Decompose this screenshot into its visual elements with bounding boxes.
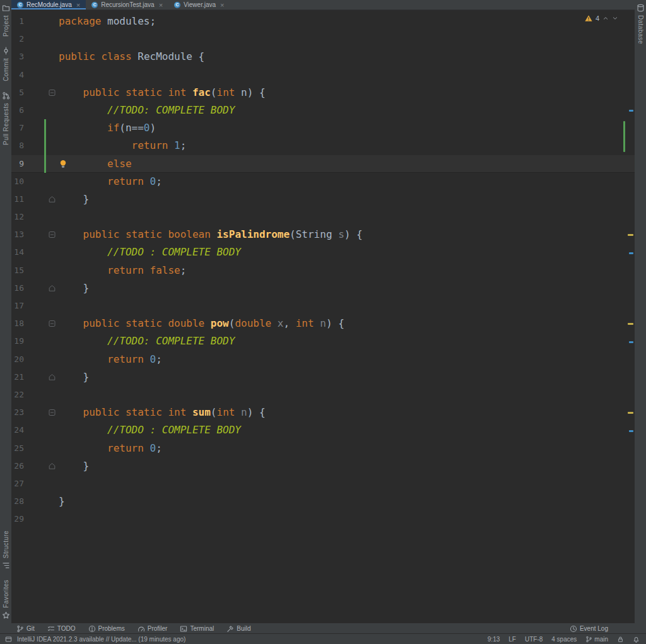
gutter-cell[interactable]: 9 xyxy=(11,155,57,173)
code-line[interactable]: 4 xyxy=(11,66,635,84)
warning-stripe-mark[interactable] xyxy=(628,323,633,325)
gutter-cell[interactable]: 16 xyxy=(11,279,57,297)
code-line[interactable]: 27 xyxy=(11,475,635,493)
tab-recmodule.java[interactable]: CRecModule.java× xyxy=(11,0,86,9)
warning-stripe-mark[interactable] xyxy=(628,412,633,414)
code-line[interactable]: 10 return 0; xyxy=(11,173,635,190)
status-message[interactable]: IntelliJ IDEA 2021.2.3 available // Upda… xyxy=(17,636,185,643)
todo-stripe-mark[interactable] xyxy=(629,430,633,432)
tool-button-favorites[interactable]: Favorites xyxy=(2,580,10,619)
code-line[interactable]: 26 } xyxy=(11,457,635,475)
gutter-cell[interactable]: 18 xyxy=(11,315,57,332)
code-line[interactable]: 5 public static int fac(int n) { xyxy=(11,84,635,102)
gutter-cell[interactable]: 3 xyxy=(11,48,57,66)
fold-end-icon[interactable] xyxy=(49,373,56,380)
tool-bar-button-todo[interactable]: TODO xyxy=(47,625,76,633)
gutter-cell[interactable]: 19 xyxy=(11,332,57,350)
code-line[interactable]: 2 xyxy=(11,30,635,48)
code-line[interactable]: 1package modules; xyxy=(11,13,635,30)
close-icon[interactable]: × xyxy=(159,1,163,9)
gutter-cell[interactable]: 5 xyxy=(11,84,57,102)
code-line[interactable]: 16 } xyxy=(11,279,635,297)
tool-button-commit[interactable]: Commit xyxy=(2,47,10,81)
code-line[interactable]: 9 else xyxy=(11,155,635,173)
code-line[interactable]: 18 public static double pow(double x, in… xyxy=(11,315,635,332)
tool-button-project[interactable]: Project xyxy=(2,4,10,37)
code-line[interactable]: 28} xyxy=(11,493,635,510)
code-line[interactable]: 15 return false; xyxy=(11,262,635,279)
todo-stripe-mark[interactable] xyxy=(629,341,633,343)
gutter-cell[interactable]: 22 xyxy=(11,386,57,404)
caret-position[interactable]: 9:13 xyxy=(488,636,500,643)
tab-viewer.java[interactable]: CViewer.java× xyxy=(168,0,230,9)
gutter-cell[interactable]: 15 xyxy=(11,262,57,279)
inspection-widget[interactable]: 4 xyxy=(585,15,618,22)
tool-bar-button-build[interactable]: Build xyxy=(226,625,250,633)
code-line[interactable]: 20 return 0; xyxy=(11,351,635,368)
tool-button-database[interactable]: Database xyxy=(637,4,645,44)
indent-setting[interactable]: 4 spaces xyxy=(551,636,577,643)
gutter-cell[interactable]: 23 xyxy=(11,404,57,421)
gutter-cell[interactable]: 2 xyxy=(11,30,57,48)
gutter-cell[interactable]: 20 xyxy=(11,351,57,368)
code-line[interactable]: 7 if(n==0) xyxy=(11,119,635,137)
code-line[interactable]: 12 xyxy=(11,208,635,226)
gutter-cell[interactable]: 17 xyxy=(11,297,57,315)
tool-bar-button-git[interactable]: Git xyxy=(16,625,35,633)
notifications-icon[interactable] xyxy=(633,636,640,643)
tool-button-structure[interactable]: Structure xyxy=(2,530,10,570)
code-line[interactable]: 13 public static boolean isPalindrome(St… xyxy=(11,226,635,243)
gutter-cell[interactable]: 14 xyxy=(11,243,57,261)
gutter-cell[interactable]: 25 xyxy=(11,440,57,457)
gutter-cell[interactable]: 12 xyxy=(11,208,57,226)
code-line[interactable]: 8 return 1; xyxy=(11,137,635,155)
gutter-cell[interactable]: 6 xyxy=(11,102,57,119)
tool-bar-button-problems[interactable]: Problems xyxy=(88,625,125,633)
change-stripe-mark[interactable] xyxy=(623,121,625,151)
code-line[interactable]: 14 //TODO : COMPLETE BODY xyxy=(11,243,635,261)
code-line[interactable]: 25 return 0; xyxy=(11,440,635,457)
gutter-cell[interactable]: 11 xyxy=(11,190,57,208)
chevron-down-icon[interactable] xyxy=(612,15,618,21)
fold-end-icon[interactable] xyxy=(49,462,56,469)
chevron-up-icon[interactable] xyxy=(602,15,609,21)
gutter-cell[interactable]: 21 xyxy=(11,368,57,386)
lock-icon[interactable] xyxy=(617,636,624,643)
line-separator[interactable]: LF xyxy=(508,636,516,643)
fold-start-icon[interactable] xyxy=(49,409,56,416)
tab-recursiontest.java[interactable]: CRecursionTest.java× xyxy=(86,0,168,9)
tool-bar-button-event-log[interactable]: Event Log xyxy=(570,625,608,633)
gutter-cell[interactable]: 24 xyxy=(11,421,57,439)
code-line[interactable]: 24 //TODO : COMPLETE BODY xyxy=(11,421,635,439)
fold-start-icon[interactable] xyxy=(49,231,56,238)
close-icon[interactable]: × xyxy=(76,1,80,9)
tool-bar-button-terminal[interactable]: Terminal xyxy=(180,625,214,633)
gutter-cell[interactable]: 8 xyxy=(11,137,57,155)
gutter-cell[interactable]: 4 xyxy=(11,66,57,84)
code-line[interactable]: 19 //TODO: COMPLETE BODY xyxy=(11,332,635,350)
code-line[interactable]: 29 xyxy=(11,510,635,528)
gutter-cell[interactable]: 28 xyxy=(11,493,57,510)
gutter-cell[interactable]: 10 xyxy=(11,173,57,190)
close-icon[interactable]: × xyxy=(220,1,224,9)
gutter-cell[interactable]: 26 xyxy=(11,457,57,475)
gutter-cell[interactable]: 7 xyxy=(11,119,57,137)
gutter-cell[interactable]: 29 xyxy=(11,510,57,528)
fold-start-icon[interactable] xyxy=(49,89,56,96)
gutter-cell[interactable]: 1 xyxy=(11,13,57,30)
todo-stripe-mark[interactable] xyxy=(629,252,633,254)
fold-end-icon[interactable] xyxy=(49,196,56,202)
code-line[interactable]: 6 //TODO: COMPLETE BODY xyxy=(11,102,635,119)
warning-stripe-mark[interactable] xyxy=(628,234,633,236)
code-line[interactable]: 11 } xyxy=(11,190,635,208)
code-line[interactable]: 17 xyxy=(11,297,635,315)
gutter-cell[interactable]: 27 xyxy=(11,475,57,493)
code-line[interactable]: 21 } xyxy=(11,368,635,386)
todo-stripe-mark[interactable] xyxy=(629,110,633,112)
code-line[interactable]: 23 public static int sum(int n) { xyxy=(11,404,635,421)
code-line[interactable]: 3public class RecModule { xyxy=(11,48,635,66)
code-line[interactable]: 22 xyxy=(11,386,635,404)
intention-bulb-icon[interactable] xyxy=(59,160,67,168)
tool-bar-button-profiler[interactable]: Profiler xyxy=(138,625,168,633)
fold-start-icon[interactable] xyxy=(49,320,56,327)
